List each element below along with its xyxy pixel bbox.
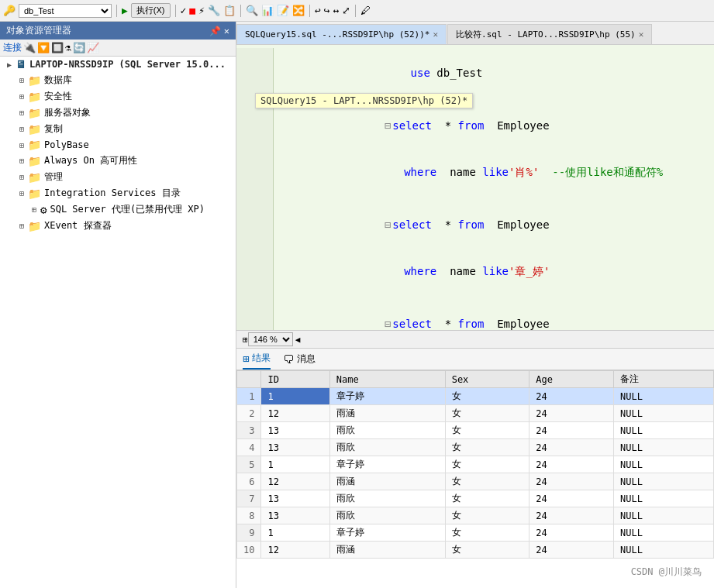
toolbar-icon-14: 🖊 [360, 5, 371, 16]
expand-management[interactable]: ⊞ [16, 173, 28, 181]
expand-replication[interactable]: ⊞ [16, 125, 28, 133]
expand-databases[interactable]: ⊞ [16, 76, 28, 84]
expand-security[interactable]: ⊞ [16, 92, 28, 101]
security-label: 安全性 [44, 90, 72, 103]
sidebar-item-databases[interactable]: ⊞ 📁 数据库 [0, 72, 236, 88]
toolbar-icon-8: 📝 [277, 5, 289, 16]
table-row[interactable]: 413雨欣女24NULL [237, 439, 714, 456]
zoom-selector[interactable]: 146 % [248, 332, 293, 346]
db-selector[interactable]: db_Test [19, 4, 112, 18]
connect-label[interactable]: 连接 [3, 41, 22, 54]
expand-sql-agent[interactable]: ⊞ [28, 205, 40, 214]
editor-tooltip: SQLQuery15 - LAPT...NRSSD9IP\hp (52)* [255, 93, 473, 108]
toolbar-icon-9: 🔀 [292, 5, 305, 16]
ident-employee-3: Employee [491, 218, 550, 231]
folder-polybase-icon: 📁 [28, 139, 41, 151]
sidebar-pin-icon[interactable]: 📌 [209, 26, 221, 36]
line-num-7 [236, 143, 267, 158]
sidebar-item-polybase[interactable]: ⊞ 📁 PolyBase [0, 137, 236, 153]
sql-editor[interactable]: SQLQuery15 - LAPT...NRSSD9IP\hp (52)* [236, 45, 714, 330]
folder-server-objects-icon: 📁 [28, 107, 41, 119]
results-panel: ⊞ 结果 🗨 消息 ID Name [236, 348, 714, 588]
tab-compare[interactable]: 比较符.sql - LAPTO...RSSD9IP\hp (55) ✕ [447, 24, 652, 44]
block-marker-3: ⊟ [385, 218, 391, 231]
sidebar-item-sql-agent[interactable]: ⊞ ⚙ SQL Server 代理(已禁用代理 XP) [0, 201, 236, 218]
sym-star-3: * [438, 218, 457, 231]
keyword-where-2: where [404, 166, 436, 178]
table-row[interactable]: 1012雨涵女24NULL [237, 542, 714, 559]
sidebar-item-replication[interactable]: ⊞ 📁 复制 [0, 121, 236, 137]
toolbar-icon-12: ↔ [333, 5, 340, 16]
keyword-like-3: like [482, 265, 509, 277]
tab-sqlquery15-label: SQLQuery15.sql -...RSSD9IP\hp (52))* [245, 29, 429, 40]
expand-xevent[interactable]: ⊞ [16, 222, 28, 230]
tab-sqlquery15[interactable]: SQLQuery15.sql -...RSSD9IP\hp (52))* ✕ [236, 24, 447, 44]
messages-icon: 🗨 [283, 353, 294, 366]
code-line-3-2: where name like'章_婷' [280, 248, 708, 294]
str-zhang: '章_婷' [509, 265, 550, 277]
sidebar-item-management[interactable]: ⊞ 📁 管理 [0, 169, 236, 185]
sidebar-item-integration[interactable]: ⊞ 📁 Integration Services 目录 [0, 185, 236, 201]
server-node[interactable]: ▶ 🖥 LAPTOP-NRSSD9IP (SQL Server 15.0... [0, 57, 236, 72]
table-row[interactable]: 91章子婷女24NULL [237, 524, 714, 542]
folder-replication-icon: 📁 [28, 123, 41, 136]
separator-4 [309, 5, 310, 17]
expand-integration[interactable]: ⊞ [16, 189, 28, 198]
expand-server-objects[interactable]: ⊞ [16, 108, 28, 117]
table-row[interactable]: 11章子婷女24NULL [237, 388, 714, 405]
sidebar-tool-2[interactable]: 🔽 [37, 42, 50, 53]
ident-employee-2: Employee [491, 119, 550, 132]
toolbar-icon-pin: 🔑 [3, 5, 16, 16]
code-block-3: ⊟select * from Employee where name like'… [280, 201, 708, 294]
expand-polybase[interactable]: ⊞ [16, 141, 28, 150]
expand-alwayson[interactable]: ⊞ [16, 156, 28, 165]
server-objects-label: 服务器对象 [44, 106, 91, 119]
sidebar-close-icon[interactable]: ✕ [224, 26, 229, 36]
keyword-select-4: select [392, 318, 432, 330]
table-row[interactable]: 212雨涵女24NULL [237, 405, 714, 422]
table-row[interactable]: 313雨欣女24NULL [237, 422, 714, 439]
tab-messages[interactable]: 🗨 消息 [283, 349, 316, 369]
col-name: Name [329, 371, 445, 388]
keyword-where-3: where [404, 265, 436, 277]
tab-compare-close[interactable]: ✕ [639, 29, 644, 40]
table-row[interactable]: 713雨欣女24NULL [237, 490, 714, 507]
str-xiao: '肖%' [509, 166, 539, 178]
scroll-left-icon[interactable]: ◀ [293, 335, 303, 345]
sidebar-tool-6[interactable]: 📈 [87, 42, 99, 53]
sidebar-tool-1[interactable]: 🔌 [23, 42, 36, 53]
expand-server[interactable]: ▶ [3, 60, 16, 69]
sidebar-tool-4[interactable]: ⚗ [65, 42, 71, 53]
table-row[interactable]: 813雨欣女24NULL [237, 507, 714, 524]
replication-label: 复制 [44, 122, 63, 136]
sidebar-item-server-objects[interactable]: ⊞ 📁 服务器对象 [0, 105, 236, 121]
toolbar-icon-11: ↪ [324, 5, 330, 16]
ident-name-3: name [443, 265, 483, 277]
sidebar-item-alwayson[interactable]: ⊞ 📁 Always On 高可用性 [0, 153, 236, 169]
sidebar-item-xevent[interactable]: ⊞ 📁 XEvent 探查器 [0, 218, 236, 234]
toolbar-icon-4: 🔧 [208, 5, 220, 16]
toolbar-icon-6: 🔍 [246, 5, 258, 16]
col-id: ID [261, 371, 329, 388]
sidebar-tool-3[interactable]: 🔲 [51, 42, 64, 53]
sidebar-tool-5[interactable]: 🔄 [73, 42, 85, 53]
folder-databases-icon: 📁 [28, 74, 41, 87]
checkmark-icon: ✓ [181, 5, 187, 16]
results-tabs: ⊞ 结果 🗨 消息 [236, 349, 714, 370]
table-row[interactable]: 51章子婷女24NULL [237, 456, 714, 473]
folder-alwayson-icon: 📁 [28, 155, 41, 167]
sidebar-item-security[interactable]: ⊞ 📁 安全性 [0, 88, 236, 105]
line-num-1 [236, 50, 267, 65]
tab-results[interactable]: ⊞ 结果 [243, 349, 271, 370]
separator-3 [240, 5, 241, 17]
line-num-5 [236, 112, 267, 127]
keyword-like-2: like [482, 166, 509, 178]
tab-sqlquery15-close[interactable]: ✕ [433, 29, 438, 40]
alwayson-label: Always On 高可用性 [44, 154, 137, 167]
folder-xevent-icon: 📁 [28, 220, 41, 232]
toolbar: 🔑 db_Test ▶ 执行(X) ✓ ■ ⚡ 🔧 📋 🔍 📊 📝 🔀 ↩ ↪ … [0, 0, 714, 22]
table-header-row: ID Name Sex Age 备注 [237, 371, 714, 388]
table-row[interactable]: 612雨涵女24NULL [237, 473, 714, 490]
col-sex: Sex [445, 371, 529, 388]
execute-button[interactable]: 执行(X) [131, 3, 171, 18]
